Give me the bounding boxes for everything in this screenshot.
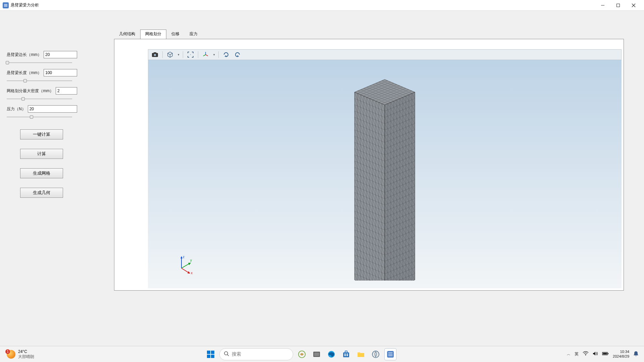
param-edge-length: 悬臂梁边长（mm） [7, 51, 77, 65]
rotate-ccw-icon[interactable] [233, 51, 242, 59]
triad-y-label: y [190, 258, 192, 262]
svg-point-7 [190, 54, 191, 55]
battery-icon[interactable] [602, 352, 609, 357]
fit-view-icon[interactable] [186, 51, 195, 59]
svg-rect-838 [358, 353, 364, 357]
taskbar-app-store[interactable] [340, 348, 352, 360]
rotate-cw-icon[interactable] [221, 51, 231, 59]
mesh-density-input[interactable] [56, 87, 77, 95]
tab-geometry[interactable]: 几何结构 [114, 29, 140, 39]
edge-length-slider[interactable] [7, 60, 72, 65]
ime-indicator[interactable]: 英 [575, 351, 579, 357]
svg-line-827 [227, 355, 229, 356]
view-cube-dropdown[interactable]: ▾ [177, 53, 180, 56]
parameter-panel: 悬臂梁边长（mm） 悬臂梁长度（mm） 网格划分最大密度（mm） [7, 51, 77, 198]
triad-z-label: z [183, 255, 184, 259]
tab-displacement[interactable]: 位移 [166, 29, 184, 39]
viewport-container: ▾ ▾ [114, 39, 624, 291]
start-button[interactable] [205, 348, 217, 360]
meshed-beam [351, 66, 418, 281]
triad-x-label: x [191, 271, 193, 275]
axes-toggle-icon[interactable] [201, 51, 210, 59]
titlebar: 悬臂梁受力分析 [0, 0, 644, 11]
tab-mesh[interactable]: 网格划分 [140, 29, 166, 39]
view-region: 几何结构 网格划分 位移 应力 ▾ [114, 29, 624, 289]
svg-line-822 [181, 263, 190, 268]
taskbar-app-browser[interactable] [370, 348, 382, 360]
svg-point-841 [585, 355, 586, 356]
pressure-input[interactable] [28, 105, 77, 113]
svg-line-824 [181, 268, 189, 273]
volume-icon[interactable] [593, 351, 598, 357]
svg-rect-835 [346, 353, 348, 354]
notifications-icon[interactable] [633, 351, 639, 358]
svg-point-5 [154, 54, 156, 56]
svg-line-10 [203, 55, 206, 56]
svg-rect-836 [344, 355, 346, 356]
param-edge-length-label: 悬臂梁边长（mm） [7, 52, 42, 58]
tab-stress[interactable]: 应力 [184, 29, 203, 39]
taskbar-clock[interactable]: 10:34 2024/8/29 [613, 350, 629, 358]
svg-rect-830 [314, 352, 319, 356]
tabs: 几何结构 网格划分 位移 应力 [114, 29, 624, 39]
svg-rect-834 [344, 353, 346, 354]
app-icon [3, 2, 9, 8]
svg-point-826 [224, 352, 228, 355]
minimize-button[interactable] [595, 0, 610, 11]
weather-icon [7, 350, 15, 359]
weather-temp: 24°C [18, 349, 34, 354]
search-icon [224, 351, 229, 357]
length-slider[interactable] [7, 78, 72, 83]
weather-desc: 大部晴朗 [18, 354, 34, 359]
tray-overflow-icon[interactable]: ︿ [567, 352, 571, 357]
screenshot-icon[interactable] [150, 51, 160, 59]
svg-rect-1 [617, 4, 620, 7]
coordinate-triad: z y x [175, 255, 195, 275]
maximize-button[interactable] [610, 0, 626, 11]
param-mesh-density: 网格划分最大密度（mm） [7, 87, 77, 101]
window-title: 悬臂梁受力分析 [11, 2, 39, 8]
taskbar-app-taskview[interactable] [311, 348, 323, 360]
gen-mesh-button[interactable]: 生成网格 [20, 168, 63, 178]
calc-button[interactable]: 计算 [20, 149, 63, 159]
svg-rect-844 [603, 353, 607, 355]
taskbar-app-edge[interactable] [325, 348, 337, 360]
param-pressure: 压力（N） [7, 105, 77, 119]
svg-rect-833 [345, 351, 347, 353]
taskbar-app-explorer[interactable] [355, 348, 367, 360]
wifi-icon[interactable] [583, 351, 589, 357]
taskbar: 24°C 大部晴朗 搜索 [0, 346, 644, 362]
svg-line-9 [206, 55, 208, 56]
edge-length-input[interactable] [44, 51, 77, 58]
svg-marker-821 [180, 256, 182, 258]
param-mesh-density-label: 网格划分最大密度（mm） [7, 88, 54, 94]
one-click-calc-button[interactable]: 一键计算 [20, 129, 63, 139]
pressure-slider[interactable] [7, 115, 72, 119]
svg-rect-837 [346, 355, 348, 356]
viewport-3d[interactable]: z y x [148, 60, 622, 288]
gen-geom-button[interactable]: 生成几何 [20, 188, 63, 198]
taskbar-app-current[interactable] [384, 348, 396, 360]
svg-rect-832 [343, 352, 349, 357]
close-button[interactable] [626, 0, 641, 11]
view-cube-icon[interactable] [165, 51, 175, 59]
windows-logo-icon [207, 351, 214, 358]
weather-widget[interactable]: 24°C 大部晴朗 [0, 349, 34, 359]
search-placeholder: 搜索 [232, 351, 241, 357]
param-pressure-label: 压力（N） [7, 106, 26, 112]
svg-rect-6 [154, 52, 156, 53]
clock-date: 2024/8/29 [613, 354, 629, 359]
length-input[interactable] [44, 69, 77, 76]
param-length: 悬臂梁长度（mm） [7, 69, 77, 83]
mesh-density-slider[interactable] [7, 97, 72, 101]
taskbar-search[interactable]: 搜索 [219, 348, 293, 360]
svg-rect-843 [608, 353, 608, 354]
clock-time: 10:34 [613, 350, 629, 354]
taskbar-app-copilot[interactable] [296, 348, 308, 360]
viewport-toolbar: ▾ ▾ [148, 49, 622, 60]
axes-toggle-dropdown[interactable]: ▾ [212, 53, 216, 56]
param-length-label: 悬臂梁长度（mm） [7, 70, 42, 76]
